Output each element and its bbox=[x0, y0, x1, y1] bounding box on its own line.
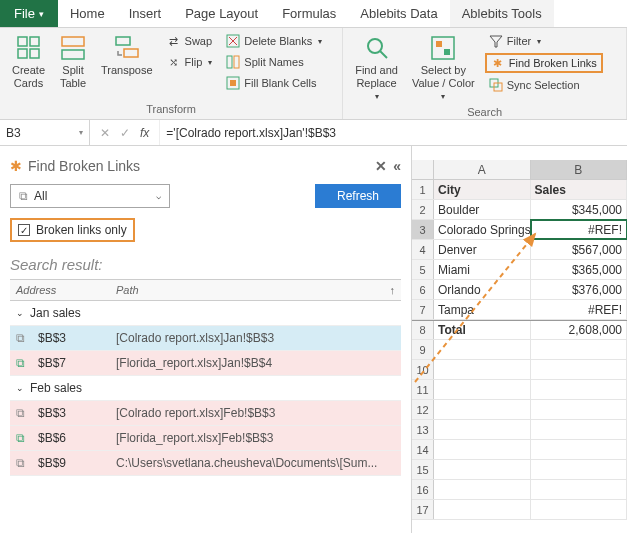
result-row[interactable]: ⧉$B$3[Colrado report.xlsx]Jan!$B$3 bbox=[10, 326, 401, 351]
split-table-icon bbox=[59, 34, 87, 62]
col-header-a[interactable]: A bbox=[434, 160, 531, 179]
cell[interactable]: $567,000 bbox=[531, 240, 628, 259]
tab-formulas[interactable]: Formulas bbox=[270, 0, 348, 27]
cell[interactable]: #REF! bbox=[531, 300, 628, 319]
cell[interactable] bbox=[434, 420, 531, 439]
result-row[interactable]: ⧉$B$6[Florida_report.xlsx]Feb!$B$3 bbox=[10, 426, 401, 451]
tab-ablebits-tools[interactable]: Ablebits Tools bbox=[450, 0, 554, 27]
create-cards-button[interactable]: Create Cards bbox=[8, 32, 49, 92]
cancel-icon[interactable]: ✕ bbox=[100, 126, 110, 140]
cell[interactable] bbox=[434, 360, 531, 379]
row-header[interactable]: 6 bbox=[412, 280, 434, 299]
cell[interactable] bbox=[531, 440, 628, 459]
cell[interactable] bbox=[434, 380, 531, 399]
cell[interactable] bbox=[531, 420, 628, 439]
result-row[interactable]: ⧉$B$3[Colrado report.xlsx]Feb!$B$3 bbox=[10, 401, 401, 426]
row-header[interactable]: 10 bbox=[412, 360, 434, 379]
cell[interactable] bbox=[531, 460, 628, 479]
cell[interactable]: Total bbox=[434, 321, 531, 339]
group-jan-sales[interactable]: ⌄Jan sales bbox=[10, 301, 401, 326]
find-broken-links-button[interactable]: ✱Find Broken Links bbox=[485, 53, 603, 73]
header-path[interactable]: Path↑ bbox=[110, 280, 401, 300]
row-header[interactable]: 7 bbox=[412, 300, 434, 319]
result-row[interactable]: ⧉$B$9C:\Users\svetlana.cheusheva\Documen… bbox=[10, 451, 401, 476]
row-header[interactable]: 5 bbox=[412, 260, 434, 279]
close-icon[interactable]: ✕ bbox=[375, 158, 387, 174]
scope-dropdown[interactable]: ⧉All ⌵ bbox=[10, 184, 170, 208]
cell[interactable] bbox=[531, 480, 628, 499]
row-header[interactable]: 9 bbox=[412, 340, 434, 359]
refresh-button[interactable]: Refresh bbox=[315, 184, 401, 208]
cell[interactable]: 2,608,000 bbox=[531, 321, 628, 339]
cell[interactable] bbox=[531, 400, 628, 419]
col-header-b[interactable]: B bbox=[531, 160, 628, 179]
select-by-icon bbox=[429, 34, 457, 62]
filter-button[interactable]: Filter▾ bbox=[485, 32, 603, 50]
select-by-label: Select by Value / Color bbox=[412, 64, 475, 90]
cell[interactable]: Sales bbox=[531, 180, 628, 199]
svg-rect-4 bbox=[62, 37, 84, 46]
row-header[interactable]: 11 bbox=[412, 380, 434, 399]
cell[interactable]: $376,000 bbox=[531, 280, 628, 299]
cell[interactable] bbox=[434, 340, 531, 359]
cell[interactable]: Orlando bbox=[434, 280, 531, 299]
enter-icon[interactable]: ✓ bbox=[120, 126, 130, 140]
cell[interactable] bbox=[531, 340, 628, 359]
transpose-button[interactable]: Transpose bbox=[97, 32, 157, 79]
sync-icon bbox=[489, 78, 503, 92]
cell[interactable] bbox=[531, 380, 628, 399]
row-header[interactable]: 15 bbox=[412, 460, 434, 479]
fill-blank-button[interactable]: Fill Blank Cells bbox=[222, 74, 326, 92]
row-header[interactable]: 8 bbox=[412, 321, 434, 339]
cell-active[interactable]: #REF! bbox=[531, 220, 628, 239]
split-names-button[interactable]: Split Names bbox=[222, 53, 326, 71]
cell[interactable] bbox=[434, 400, 531, 419]
row-header[interactable]: 16 bbox=[412, 480, 434, 499]
tab-page-layout[interactable]: Page Layout bbox=[173, 0, 270, 27]
row-header[interactable]: 1 bbox=[412, 180, 434, 199]
row-header[interactable]: 13 bbox=[412, 420, 434, 439]
formula-input[interactable]: ='[Colrado report.xlsx]Jan'!$B$3 bbox=[160, 126, 627, 140]
tab-home[interactable]: Home bbox=[58, 0, 117, 27]
cell[interactable]: City bbox=[434, 180, 531, 199]
cell[interactable] bbox=[434, 500, 531, 519]
row-header[interactable]: 3 bbox=[412, 220, 434, 239]
cell[interactable] bbox=[434, 480, 531, 499]
delete-blanks-button[interactable]: Delete Blanks▾ bbox=[222, 32, 326, 50]
broken-links-only-checkbox[interactable]: ✓ Broken links only bbox=[10, 218, 135, 242]
header-address[interactable]: Address bbox=[10, 280, 110, 300]
fx-icon[interactable]: fx bbox=[140, 126, 149, 140]
cell[interactable] bbox=[434, 440, 531, 459]
result-row[interactable]: ⧉$B$7[Florida_report.xlsx]Jan!$B$4 bbox=[10, 351, 401, 376]
select-by-button[interactable]: Select by Value / Color▾ bbox=[408, 32, 479, 104]
swap-button[interactable]: ⇄Swap bbox=[163, 32, 217, 50]
cell[interactable]: Boulder bbox=[434, 200, 531, 219]
find-replace-button[interactable]: Find and Replace▾ bbox=[351, 32, 402, 104]
sort-icon[interactable]: ↑ bbox=[390, 284, 396, 296]
group-feb-sales[interactable]: ⌄Feb sales bbox=[10, 376, 401, 401]
flip-button[interactable]: ⤭Flip▾ bbox=[163, 53, 217, 71]
collapse-icon[interactable]: « bbox=[393, 158, 401, 174]
row-header[interactable]: 4 bbox=[412, 240, 434, 259]
tab-ablebits-data[interactable]: Ablebits Data bbox=[348, 0, 449, 27]
row-header[interactable]: 14 bbox=[412, 440, 434, 459]
row-header[interactable]: 17 bbox=[412, 500, 434, 519]
cell[interactable] bbox=[434, 460, 531, 479]
cell[interactable]: $365,000 bbox=[531, 260, 628, 279]
file-tab[interactable]: File▾ bbox=[0, 0, 58, 27]
row-header[interactable]: 2 bbox=[412, 200, 434, 219]
cell[interactable] bbox=[531, 500, 628, 519]
cell[interactable] bbox=[531, 360, 628, 379]
cell[interactable]: $345,000 bbox=[531, 200, 628, 219]
split-table-button[interactable]: Split Table bbox=[55, 32, 91, 92]
cell[interactable]: Miami bbox=[434, 260, 531, 279]
row-header[interactable]: 12 bbox=[412, 400, 434, 419]
svg-rect-11 bbox=[227, 56, 232, 68]
cell[interactable]: Tampa bbox=[434, 300, 531, 319]
name-box[interactable]: B3▾ bbox=[0, 120, 90, 145]
tab-insert[interactable]: Insert bbox=[117, 0, 174, 27]
cell[interactable]: Denver bbox=[434, 240, 531, 259]
select-all-corner[interactable] bbox=[412, 160, 434, 179]
cell[interactable]: Colorado Springs bbox=[434, 220, 531, 239]
sync-selection-button[interactable]: Sync Selection bbox=[485, 76, 603, 94]
